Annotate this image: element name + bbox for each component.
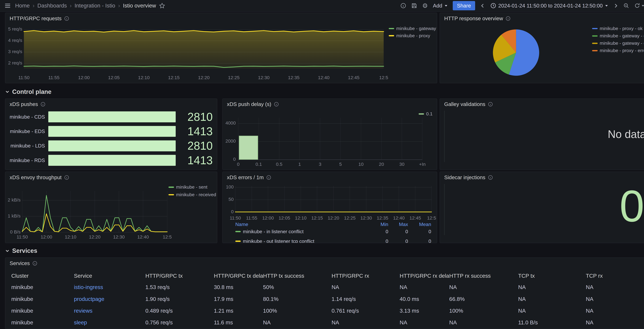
legend-item[interactable]: minikube - gateway [389,26,436,32]
legend-item[interactable]: 0.1 [418,111,433,117]
legend-series-marker [389,28,394,29]
dashboard-insights-button[interactable] [400,3,406,9]
service-link[interactable]: istio-ingress [74,284,103,290]
table-column-header[interactable]: TCP rx [586,270,644,281]
panel-info-icon[interactable] [274,102,279,107]
panel-title[interactable]: HTTP response overview [444,16,503,22]
legend-series-marker [592,50,598,51]
legend-item[interactable]: minikube - gateway - ok [592,33,644,39]
panel-title[interactable]: xDS errors / 1m [227,174,264,180]
table-column-header[interactable]: HTTP rx success [449,270,518,281]
hamburger-icon [4,2,11,9]
panel-title[interactable]: Services [10,260,30,266]
histogram-bar[interactable] [239,136,258,159]
legend-item[interactable]: minikube - gateway - error [592,40,644,46]
panel-info-icon[interactable] [40,102,46,107]
caret-down-icon [605,4,608,7]
legend-table-header[interactable]: Max [390,222,408,227]
table-cell: 40.0 ms [400,293,449,305]
legend-item[interactable]: minikube - proxy - ok [592,26,642,32]
bar-gauge-row: minikube - LDS2810 [9,140,213,151]
panel-title[interactable]: xDS push delay (s) [227,101,271,107]
save-dashboard-button[interactable] [411,3,417,9]
time-shift-forward-button[interactable] [613,3,618,8]
table-row: minikubereviews0.489 req/s1.21 ms100%0.7… [11,305,644,317]
menu-toggle-button[interactable] [4,2,11,9]
time-shift-back-button[interactable] [480,3,485,8]
info-circle-icon [400,3,406,9]
x-axis-label: 12:5 [379,75,388,80]
x-axis-label: 12:35 [377,215,388,221]
no-data-text: No data [608,128,644,141]
x-axis-label: 0 [237,162,240,167]
table-column-header[interactable]: HTTP/GRPC rx [332,270,400,281]
table-cell: 50% [263,281,332,293]
panel-info-icon[interactable] [488,175,493,180]
table-column-header[interactable]: Service [74,270,146,281]
y-axis-label: 2 req/s [6,60,22,66]
table-column-header[interactable]: TCP tx [518,270,586,281]
x-axis-label: 3 [319,162,321,167]
star-dashboard-button[interactable] [159,3,165,9]
x-axis-label: 12:05 [108,75,120,80]
legend-table-series-name[interactable]: minikube - in listener conflict [243,229,304,234]
legend-label: minikube - received [176,192,216,197]
panel-info-icon[interactable] [488,102,493,107]
y-axis-label: 2 kB/s [6,197,20,203]
table-cell: NA [586,317,644,328]
clock-icon [490,3,496,9]
panel-info-icon[interactable] [266,175,271,180]
panel-info-icon[interactable] [32,261,37,266]
legend-table-header[interactable]: Name [235,222,248,227]
row-header-control-plane[interactable]: Control plane [5,87,52,96]
breadcrumb-folder[interactable]: Integration - Istio [74,3,115,9]
panel-title[interactable]: HTTP/GRPC requests [10,16,62,22]
table-column-header[interactable]: HTTP/GRPC tx delay [214,270,263,281]
legend-item[interactable]: minikube - proxy [389,33,430,39]
legend-item[interactable]: minikube - proxy - error [592,48,644,54]
table-column-header[interactable]: HTTP/GRPC rx delay [400,270,449,281]
legend-table-value: 0 [370,229,388,234]
refresh-button[interactable] [634,3,644,9]
panel-title[interactable]: xDS pushes [10,101,38,107]
row-header-services[interactable]: Services [5,246,37,255]
table-column-header[interactable]: Cluster [11,270,74,281]
legend-series-marker [389,35,394,36]
sidecar-injections-value: 0 [620,184,644,228]
service-link[interactable]: sleep [74,319,87,325]
legend-item[interactable]: minikube - received [168,192,216,198]
breadcrumb-separator-icon: › [70,3,72,9]
x-axis-label: 12:10 [138,75,150,80]
x-axis-label: 12:5 [163,234,172,240]
table-cell: NA [518,293,586,305]
axis-line [444,184,444,235]
legend-table-series-name[interactable]: minikube - out listener tcp conflict [243,238,314,243]
legend-item[interactable]: minikube - sent [168,184,207,190]
add-button[interactable]: Add [433,3,448,9]
legend-table-header[interactable]: Mean [413,222,431,227]
panel-title[interactable]: xDS envoy throughput [10,174,62,180]
breadcrumb-dashboards[interactable]: Dashboards [37,3,67,9]
panel-title[interactable]: Sidecar injections [444,174,486,180]
service-link[interactable]: productpage [74,296,104,302]
table-column-header[interactable]: HTTP/GRPC tx [146,270,214,281]
table-cell: 11.6 ms [214,317,263,328]
panel-title[interactable]: Galley validations [444,101,486,107]
x-axis-label: 0.1 [256,162,262,167]
panel-info-icon[interactable] [64,16,69,21]
breadcrumb-home[interactable]: Home [15,3,30,9]
share-button[interactable]: Share [453,1,475,10]
panel-info-icon[interactable] [64,175,69,180]
panel-info-icon[interactable] [506,16,510,21]
legend-table-header[interactable]: Min [370,222,388,227]
zoom-out-time-button[interactable] [623,3,629,9]
bar-gauge-value: 2810 [179,140,213,151]
table-cell: NA [332,317,400,328]
dashboard-settings-button[interactable]: ⚙ [422,3,428,9]
legend-label: minikube - gateway - ok [600,33,644,39]
table-column-header[interactable]: HTTP tx success [263,270,332,281]
table-cell: NA [518,281,586,293]
legend-table-value: 0 [390,229,408,234]
time-range-picker[interactable]: 2024-01-24 11:50:00 to 2024-01-24 12:50:… [490,3,608,9]
service-link[interactable]: reviews [74,308,92,314]
